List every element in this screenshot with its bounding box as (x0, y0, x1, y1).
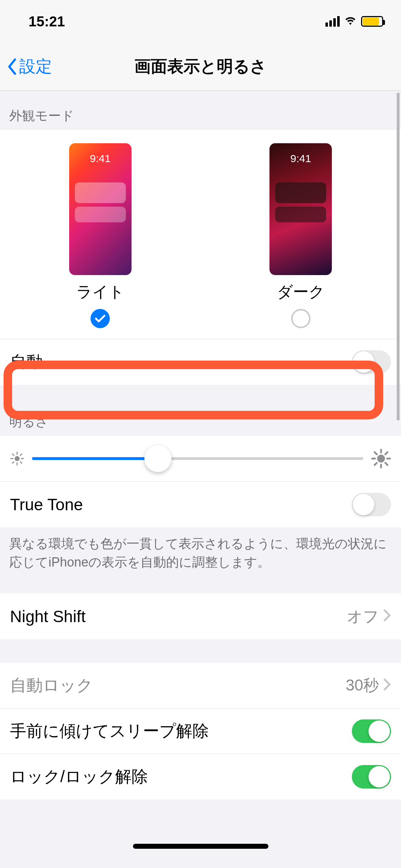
cellular-signal-icon (325, 16, 340, 27)
scroll-indicator[interactable] (397, 93, 400, 420)
chevron-left-icon (6, 58, 18, 75)
chevron-right-icon (383, 608, 391, 625)
svg-line-15 (385, 463, 387, 465)
raise-to-wake-toggle[interactable] (352, 719, 391, 743)
navigation-bar: 設定 画面表示と明るさ (0, 43, 401, 91)
true-tone-cell: True Tone (0, 482, 401, 527)
light-radio[interactable] (91, 309, 110, 328)
brightness-header: 明るさ (0, 385, 401, 436)
slider-thumb[interactable] (144, 445, 171, 472)
true-tone-label: True Tone (10, 495, 83, 514)
home-indicator[interactable] (133, 844, 268, 849)
svg-line-14 (375, 452, 377, 454)
svg-line-8 (12, 462, 14, 463)
svg-point-9 (377, 455, 385, 463)
status-time: 15:21 (29, 14, 65, 30)
night-shift-label: Night Shift (10, 607, 86, 626)
appearance-group: 9:41 ライト 9:41 ダーク 自動 (0, 130, 401, 385)
night-shift-value: オフ (347, 606, 379, 627)
appearance-header: 外観モード (0, 91, 401, 130)
auto-lock-value: 30秒 (346, 675, 379, 696)
night-shift-group: Night Shift オフ (0, 594, 401, 639)
lock-unlock-cell: ロック/ロック解除 (0, 754, 401, 800)
preview-clock: 9:41 (269, 143, 332, 165)
status-bar: 15:21 (0, 0, 401, 43)
lock-unlock-toggle[interactable] (352, 765, 391, 789)
wifi-icon (344, 16, 357, 26)
dark-radio[interactable] (291, 309, 310, 328)
lock-group: 自動ロック 30秒 手前に傾けてスリープ解除 ロック/ロック解除 (0, 663, 401, 800)
auto-toggle[interactable] (352, 350, 391, 374)
appearance-picker: 9:41 ライト 9:41 ダーク (0, 130, 401, 339)
battery-icon (361, 16, 383, 27)
back-label: 設定 (19, 56, 52, 78)
auto-lock-value-container: 30秒 (346, 675, 391, 696)
svg-line-5 (12, 454, 14, 455)
svg-line-17 (375, 463, 377, 465)
light-label: ライト (76, 281, 124, 303)
true-tone-toggle[interactable] (352, 493, 391, 516)
dark-preview: 9:41 (269, 143, 332, 275)
page-title: 画面表示と明るさ (134, 56, 267, 78)
brightness-slider[interactable] (32, 457, 363, 460)
auto-appearance-cell: 自動 (0, 339, 401, 385)
checkmark-icon (95, 314, 106, 323)
auto-label: 自動 (10, 351, 43, 373)
night-shift-cell[interactable]: Night Shift オフ (0, 594, 401, 639)
svg-line-6 (20, 462, 22, 463)
lock-unlock-label: ロック/ロック解除 (10, 766, 148, 788)
appearance-option-light[interactable]: 9:41 ライト (69, 143, 132, 328)
appearance-option-dark[interactable]: 9:41 ダーク (269, 143, 332, 328)
back-button[interactable]: 設定 (6, 56, 52, 78)
brightness-group: True Tone (0, 436, 401, 527)
chevron-right-icon (383, 677, 391, 694)
preview-clock: 9:41 (69, 143, 132, 165)
auto-lock-label: 自動ロック (10, 675, 93, 697)
svg-line-16 (385, 452, 387, 454)
svg-line-7 (20, 454, 22, 455)
status-icons (325, 16, 383, 27)
sun-large-icon (371, 449, 391, 469)
sun-small-icon (10, 451, 24, 466)
svg-point-0 (15, 456, 20, 461)
raise-to-wake-label: 手前に傾けてスリープ解除 (10, 720, 209, 742)
dark-label: ダーク (277, 281, 325, 303)
auto-lock-cell[interactable]: 自動ロック 30秒 (0, 663, 401, 708)
raise-to-wake-cell: 手前に傾けてスリープ解除 (0, 708, 401, 754)
night-shift-value-container: オフ (347, 606, 391, 627)
brightness-slider-cell (0, 436, 401, 482)
light-preview: 9:41 (69, 143, 132, 275)
true-tone-footer: 異なる環境でも色が一貫して表示されるように、環境光の状況に応じてiPhoneの表… (0, 527, 401, 582)
